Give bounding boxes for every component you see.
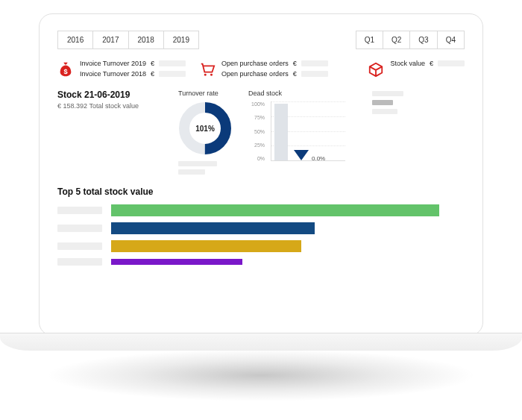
tab-q1[interactable]: Q1 (356, 31, 383, 49)
top5-row-4 (57, 258, 465, 266)
tab-year-2016[interactable]: 2016 (57, 31, 93, 49)
kpi-turnover-2018-label: Invoice Turnover 2018 (80, 70, 146, 78)
dead-stock-marker (294, 150, 309, 160)
dead-stock-block: Dead stock 100% 75% 50% 25% 0% 0.0% (248, 90, 353, 161)
top5-row-3 (57, 240, 465, 252)
dead-stock-legend (372, 91, 403, 114)
axis-tick: 100% (248, 101, 265, 107)
dead-stock-bar-1 (274, 104, 288, 160)
legend-stub (372, 100, 393, 105)
top5-bar-4 (111, 259, 242, 265)
currency-symbol: € (293, 60, 297, 67)
kpi-turnover-2019-label: Invoice Turnover 2019 (80, 60, 146, 67)
kpi-row: $ Invoice Turnover 2019€ Invoice Turnove… (57, 60, 465, 78)
svg-text:$: $ (63, 68, 67, 75)
axis-tick: 0% (248, 156, 265, 161)
kpi-open-orders-value-2 (301, 71, 328, 77)
currency-symbol: € (430, 60, 433, 67)
top5-bar-2 (111, 222, 315, 234)
tab-year-2018[interactable]: 2018 (129, 31, 164, 49)
axis-tick: 25% (248, 142, 265, 148)
tab-q4[interactable]: Q4 (438, 31, 465, 49)
axis-tick: 50% (248, 129, 265, 134)
laptop-base (0, 333, 522, 351)
top5-label-3 (57, 242, 102, 250)
legend-stub (178, 161, 217, 166)
year-tabs: 2016 2017 2018 2019 (57, 31, 199, 49)
box-icon (368, 61, 384, 78)
currency-symbol: € (151, 60, 154, 67)
stock-summary: Stock 21-06-2019 € 158.392 Total stock v… (57, 90, 162, 110)
dashboard-screen: 2016 2017 2018 2019 Q1 Q2 Q3 Q4 $ Invoic… (39, 13, 483, 336)
top5-label-1 (57, 207, 102, 214)
tab-q3[interactable]: Q3 (410, 31, 437, 49)
cart-icon (199, 61, 216, 78)
currency-symbol: € (293, 70, 297, 78)
kpi-open-orders: Open purchase orders€ Open purchase orde… (199, 60, 328, 78)
top5-row-1 (57, 204, 465, 216)
tab-row: 2016 2017 2018 2019 Q1 Q2 Q3 Q4 (57, 31, 465, 49)
turnover-rate-title: Turnover rate (178, 90, 218, 97)
kpi-stock-value: Stock value€ (368, 60, 465, 78)
tab-year-2019[interactable]: 2019 (164, 31, 199, 49)
laptop-shadow (45, 349, 477, 401)
svg-point-2 (210, 74, 213, 76)
dead-stock-bars: 0.0% (271, 101, 345, 161)
quarter-tabs: Q1 Q2 Q3 Q4 (356, 31, 465, 49)
kpi-open-orders-label-2: Open purchase orders (221, 70, 289, 78)
kpi-turnover: $ Invoice Turnover 2019€ Invoice Turnove… (57, 60, 186, 78)
kpi-open-orders-value-1 (301, 60, 328, 66)
top5-title: Top 5 total stock value (57, 187, 465, 197)
currency-symbol: € (151, 70, 154, 78)
top5-label-4 (57, 258, 102, 266)
tab-q2[interactable]: Q2 (383, 31, 410, 49)
axis-tick: 75% (248, 115, 265, 120)
top5-bar-1 (111, 204, 439, 216)
kpi-stock-value-label: Stock value (390, 60, 425, 67)
svg-point-1 (204, 74, 207, 76)
dead-stock-chart: 100% 75% 50% 25% 0% 0.0% (248, 101, 353, 161)
top5-row-2 (57, 222, 465, 234)
stock-title: Stock 21-06-2019 (57, 90, 162, 100)
dead-stock-value: 0.0% (312, 155, 325, 162)
money-bag-icon: $ (57, 61, 74, 78)
kpi-turnover-2019-value (159, 60, 186, 66)
top5-label-2 (57, 225, 102, 232)
turnover-rate-block: Turnover rate 101% (178, 90, 232, 175)
legend-stub (372, 109, 397, 114)
legend-stub (372, 91, 403, 96)
turnover-legend (178, 161, 217, 175)
kpi-stock-value-amount (438, 60, 465, 66)
dead-stock-axis: 100% 75% 50% 25% 0% (248, 101, 265, 161)
tab-year-2017[interactable]: 2017 (93, 31, 128, 49)
mid-section: Stock 21-06-2019 € 158.392 Total stock v… (57, 90, 465, 175)
kpi-turnover-2018-value (159, 71, 186, 77)
dead-stock-title: Dead stock (248, 90, 282, 97)
kpi-open-orders-label-1: Open purchase orders (221, 60, 289, 67)
top5-bar-3 (111, 240, 301, 252)
turnover-rate-value: 101% (178, 101, 232, 155)
stock-subtitle: € 158.392 Total stock value (57, 102, 162, 110)
turnover-rate-chart: 101% (178, 101, 232, 155)
legend-stub (178, 169, 205, 175)
